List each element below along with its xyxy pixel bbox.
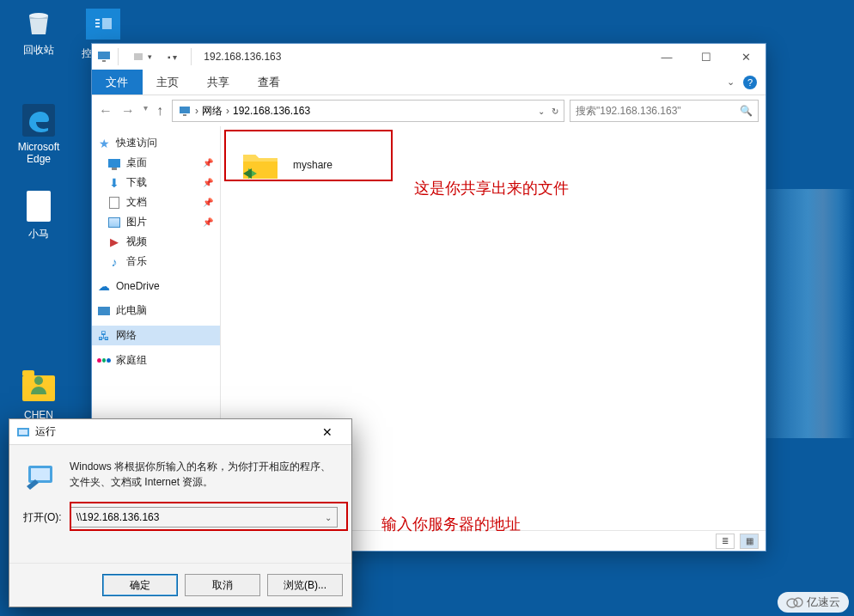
desktop-icon [107, 156, 121, 170]
sidebar-documents[interactable]: 文档📌 [92, 192, 220, 212]
sidebar-music[interactable]: ♪音乐 [92, 252, 220, 271]
address-bar-row: ← → ▾ ↑ › 网络 › 192.168.136.163 ⌄↻ 搜索"192… [92, 95, 766, 126]
sidebar-downloads[interactable]: ⬇下载📌 [92, 173, 220, 192]
search-input[interactable]: 搜索"192.168.136.163" 🔍 [570, 100, 759, 122]
video-icon: ▶ [107, 235, 121, 249]
qat-item[interactable]: ▾ [125, 47, 159, 66]
nav-up[interactable]: ↑ [156, 103, 163, 119]
recycle-bin-icon [21, 5, 56, 40]
ribbon-tabs: 文件 主页 共享 查看 ⌄ ? [92, 70, 766, 95]
svg-rect-10 [134, 53, 143, 60]
tab-file[interactable]: 文件 [92, 70, 143, 95]
svg-point-18 [794, 598, 802, 607]
run-open-label: 打开(O): [23, 510, 62, 525]
sidebar-quick-access[interactable]: ★快速访问 [92, 133, 220, 153]
desktop-xiaoma[interactable]: 小马 [9, 189, 69, 241]
nav-forward[interactable]: → [121, 103, 135, 119]
address-dropdown[interactable]: ⌄ [538, 107, 545, 116]
shared-folder-icon [240, 144, 281, 186]
tab-share[interactable]: 共享 [193, 70, 244, 95]
qat-dropdown[interactable]: ▪ ▾ [161, 49, 184, 65]
wallpaper-glow [751, 189, 854, 438]
run-cancel-button[interactable]: 取消 [185, 574, 260, 596]
sidebar-this-pc[interactable]: 此电脑 [92, 301, 220, 320]
desktop-chen-folder[interactable]: CHEN [9, 371, 69, 421]
nav-history-dropdown[interactable]: ▾ [143, 103, 148, 119]
sidebar-videos[interactable]: ▶视频 [92, 232, 220, 252]
network-icon [178, 104, 192, 118]
svg-point-0 [29, 13, 48, 18]
sidebar-homegroup[interactable]: 家庭组 [92, 351, 220, 370]
svg-rect-8 [98, 52, 110, 59]
svg-rect-3 [95, 22, 100, 24]
pin-icon: 📌 [203, 217, 213, 227]
download-icon: ⬇ [107, 176, 121, 190]
desktop-icon-label: 回收站 [9, 43, 69, 58]
annotation-text: 输入你服务器的地址 [381, 514, 521, 534]
watermark: 亿速云 [778, 592, 849, 613]
music-icon: ♪ [107, 255, 121, 269]
pin-icon: 📌 [203, 198, 213, 207]
address-breadcrumb[interactable]: › 网络 › 192.168.136.163 ⌄↻ [172, 100, 564, 122]
run-icon [23, 459, 58, 493]
search-icon: 🔍 [740, 105, 753, 117]
view-details-button[interactable]: ≣ [716, 534, 735, 549]
user-folder-icon [21, 371, 56, 406]
svg-rect-16 [31, 468, 50, 480]
star-icon: ★ [97, 137, 111, 150]
run-dialog: 运行 ✕ Windows 将根据你所输入的名称，为你打开相应的程序、文件夹、文档… [9, 418, 352, 607]
close-button[interactable]: ✕ [726, 44, 766, 70]
control-panel-icon[interactable] [86, 9, 120, 40]
svg-rect-11 [180, 107, 190, 113]
edge-icon [21, 103, 56, 137]
svg-rect-5 [102, 18, 112, 29]
run-title-text: 运行 [35, 424, 56, 439]
pin-icon: 📌 [203, 178, 213, 187]
network-icon: 🖧 [97, 329, 111, 343]
svg-rect-14 [19, 430, 27, 435]
run-browse-button[interactable]: 浏览(B)... [267, 574, 343, 596]
run-input-value: \\192.168.136.163 [76, 511, 160, 523]
svg-rect-9 [102, 60, 106, 62]
window-icon [97, 50, 111, 64]
tab-view[interactable]: 查看 [244, 70, 295, 95]
crumb-host[interactable]: 192.168.136.163 [233, 105, 310, 117]
search-placeholder: 搜索"192.168.136.163" [576, 104, 681, 119]
help-icon[interactable]: ? [743, 76, 757, 89]
titlebar[interactable]: ▾ ▪ ▾ 192.168.136.163 — ☐ ✕ [92, 44, 766, 70]
sidebar-onedrive[interactable]: ☁OneDrive [92, 277, 220, 296]
tab-home[interactable]: 主页 [143, 70, 193, 95]
crumb-network[interactable]: 网络 [202, 104, 223, 119]
desktop-recycle-bin[interactable]: 回收站 [9, 5, 69, 58]
homegroup-icon [97, 354, 111, 368]
share-item-label: myshare [293, 159, 332, 171]
document-icon [107, 196, 121, 210]
ribbon-collapse[interactable]: ⌄ [727, 76, 735, 88]
share-item-myshare[interactable]: myshare [229, 139, 343, 191]
pin-icon: 📌 [203, 158, 213, 168]
sidebar-desktop[interactable]: 桌面📌 [92, 153, 220, 173]
pc-icon [97, 304, 111, 318]
svg-point-7 [34, 376, 43, 385]
run-close-button[interactable]: ✕ [310, 425, 345, 439]
pictures-icon [107, 216, 121, 229]
view-tiles-button[interactable]: ▦ [740, 534, 759, 549]
minimize-button[interactable]: — [647, 44, 686, 70]
nav-back[interactable]: ← [99, 103, 113, 119]
chevron-down-icon[interactable]: ⌄ [325, 513, 332, 522]
desktop-edge[interactable]: Microsoft Edge [9, 103, 69, 165]
onedrive-icon: ☁ [97, 279, 111, 293]
refresh-button[interactable]: ↻ [552, 107, 558, 116]
svg-rect-2 [95, 19, 100, 21]
run-window-icon [16, 425, 30, 439]
svg-rect-4 [95, 26, 100, 27]
desktop-icon-label: Microsoft Edge [9, 141, 69, 165]
run-description: Windows 将根据你所输入的名称，为你打开相应的程序、文件夹、文档或 Int… [70, 459, 338, 493]
file-icon [21, 189, 56, 223]
run-input[interactable]: \\192.168.136.163 ⌄ [70, 507, 338, 528]
run-titlebar[interactable]: 运行 ✕ [9, 419, 351, 445]
sidebar-network[interactable]: 🖧网络 [92, 326, 220, 345]
maximize-button[interactable]: ☐ [686, 44, 726, 70]
run-ok-button[interactable]: 确定 [102, 574, 178, 596]
sidebar-pictures[interactable]: 图片📌 [92, 212, 220, 232]
